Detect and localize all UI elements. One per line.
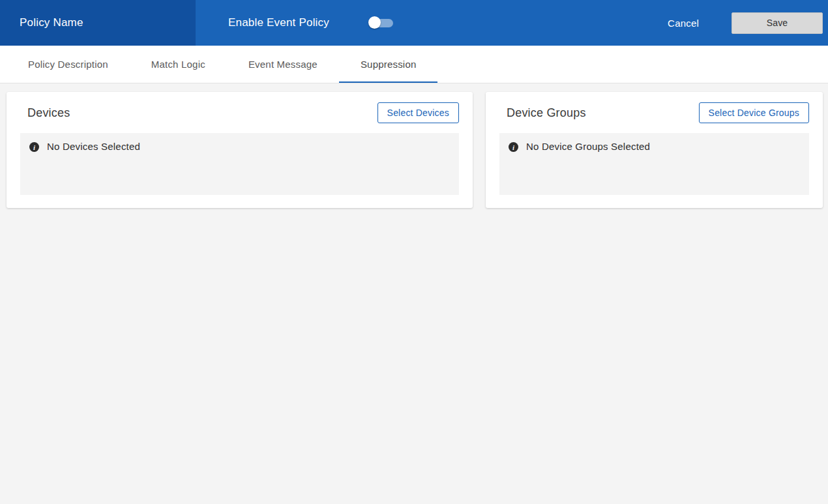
- suppression-content: Devices Select Devices i No Devices Sele…: [0, 83, 828, 504]
- toggle-knob: [368, 16, 381, 29]
- enable-policy-toggle[interactable]: [368, 16, 394, 29]
- device-groups-card-header: Device Groups Select Device Groups: [499, 102, 809, 123]
- enable-event-policy-label: Enable Event Policy: [228, 16, 329, 29]
- save-button[interactable]: Save: [732, 12, 823, 34]
- event-policy-editor: Policy Name Enable Event Policy Cancel S…: [0, 0, 828, 504]
- select-device-groups-button[interactable]: Select Device Groups: [699, 102, 809, 123]
- devices-title: Devices: [27, 106, 70, 120]
- policy-name[interactable]: Policy Name: [20, 16, 83, 29]
- info-icon: i: [29, 142, 39, 152]
- select-devices-button[interactable]: Select Devices: [377, 102, 459, 123]
- tab-event-message[interactable]: Event Message: [227, 46, 339, 83]
- devices-empty-panel: i No Devices Selected: [20, 133, 459, 195]
- device-groups-empty-message: No Device Groups Selected: [526, 141, 650, 152]
- header-bar: Policy Name Enable Event Policy Cancel S…: [0, 0, 828, 46]
- devices-empty-message: No Devices Selected: [47, 141, 140, 152]
- cancel-button[interactable]: Cancel: [668, 18, 699, 29]
- info-icon: i: [509, 142, 518, 152]
- tab-bar: Policy Description Match Logic Event Mes…: [0, 46, 828, 83]
- devices-card: Devices Select Devices i No Devices Sele…: [7, 92, 473, 208]
- policy-name-section: Policy Name: [0, 0, 196, 46]
- device-groups-card: Device Groups Select Device Groups i No …: [486, 92, 823, 208]
- devices-card-header: Devices Select Devices: [20, 102, 459, 123]
- tab-policy-description[interactable]: Policy Description: [7, 46, 130, 83]
- device-groups-empty-panel: i No Device Groups Selected: [499, 133, 809, 195]
- device-groups-title: Device Groups: [507, 106, 586, 120]
- tab-match-logic[interactable]: Match Logic: [130, 46, 227, 83]
- tab-suppression[interactable]: Suppression: [339, 46, 438, 83]
